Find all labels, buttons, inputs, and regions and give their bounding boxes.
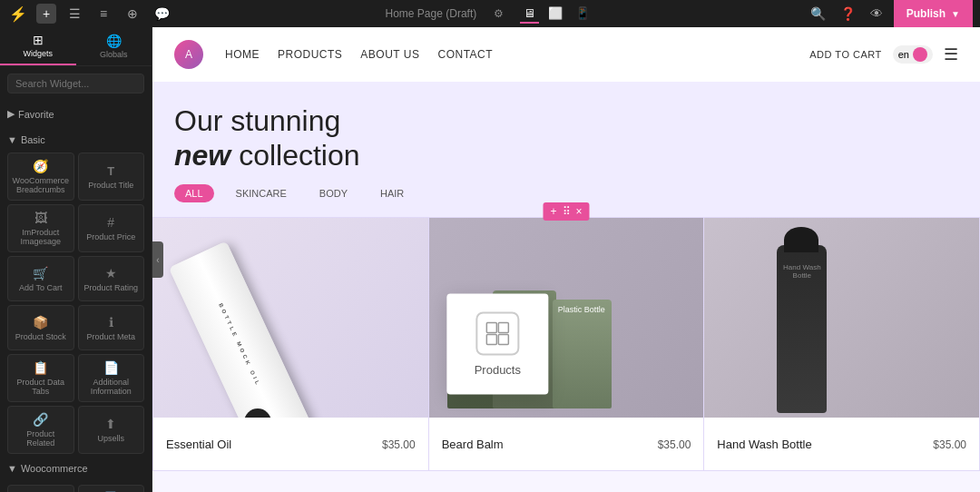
woocommerce-section-header[interactable]: ▼ Woocommerce bbox=[0, 458, 152, 477]
product-card-3[interactable]: Hand WashBottle Hand Wash Bottle $35.00 bbox=[704, 217, 980, 471]
favorite-arrow-icon: ▶ bbox=[7, 108, 15, 120]
hamburger-icon[interactable]: ☰ bbox=[944, 44, 958, 64]
globals-tab-icon: 🌐 bbox=[106, 34, 122, 48]
hero-section: Our stunning new collection ALL SKINCARE… bbox=[152, 82, 980, 217]
lang-toggle[interactable]: en bbox=[893, 45, 933, 64]
basic-widget-grid: 🧭 WooCommerce Breadcrumbs T Product Titl… bbox=[7, 153, 144, 454]
widgets-tab-icon: ⊞ bbox=[33, 33, 44, 47]
toolbar-drag-handle[interactable]: ⠿ bbox=[563, 205, 571, 218]
filter-body[interactable]: BODY bbox=[309, 184, 358, 202]
product-card-2[interactable]: mockup Plastic Bottle Beard Balm $35.00 bbox=[429, 217, 705, 471]
product-related-widget-icon: 🔗 bbox=[33, 412, 48, 427]
product-image-1: BOTTLE MOCK OIL bbox=[153, 218, 428, 418]
bottle-3-cap bbox=[784, 227, 818, 252]
page-title: Home Page (Draft) bbox=[386, 7, 477, 20]
edge-handle-left[interactable]: ‹ bbox=[152, 241, 163, 278]
bottle-1-image: BOTTLE MOCK OIL bbox=[169, 241, 310, 417]
publish-button[interactable]: Publish ▼ bbox=[894, 0, 973, 27]
basic-header[interactable]: ▼ Basic bbox=[7, 131, 144, 149]
svg-rect-1 bbox=[498, 322, 508, 332]
filter-skincare[interactable]: SKINCARE bbox=[225, 184, 298, 202]
product-image-widget-icon: 🖼 bbox=[34, 211, 47, 225]
preview-icon[interactable]: 👁 bbox=[867, 3, 887, 25]
add-element-button[interactable]: + bbox=[36, 4, 56, 24]
top-bar-center: Home Page (Draft) ⚙ 🖥 ⬜ 📱 bbox=[386, 3, 594, 25]
nav-about[interactable]: ABOUT US bbox=[360, 48, 419, 61]
widget-placeholder-icon bbox=[475, 311, 519, 355]
menu-icon[interactable]: ☰ bbox=[64, 3, 85, 25]
section-toolbar: + ⠿ × bbox=[543, 202, 589, 221]
nav-home[interactable]: HOME bbox=[225, 48, 260, 61]
svg-rect-2 bbox=[486, 334, 496, 344]
filter-all[interactable]: ALL bbox=[174, 184, 214, 202]
product-name-1: Essential Oil bbox=[166, 438, 231, 451]
product-stock-widget-icon: 📦 bbox=[33, 315, 48, 330]
top-bar-right: 🔍 ❓ 👁 Publish ▼ bbox=[807, 0, 973, 27]
store-nav: A HOME PRODUCTS ABOUT US CONTACT ADD TO … bbox=[152, 27, 980, 82]
store-logo: A bbox=[174, 40, 203, 69]
desktop-icon[interactable]: 🖥 bbox=[520, 5, 539, 24]
widget-product-price[interactable]: # Product Price bbox=[78, 204, 145, 252]
widget-product-rating[interactable]: ★ Product Rating bbox=[78, 256, 145, 301]
canvas-area: ‹ A HOME PRODUCTS ABOUT US CONTACT ADD T… bbox=[152, 27, 980, 492]
widget-add-to-cart[interactable]: 🛒 Add To Cart bbox=[7, 256, 74, 301]
search-input[interactable] bbox=[7, 74, 144, 93]
nav-cart-button[interactable]: ADD TO CART bbox=[809, 49, 881, 60]
comment-icon[interactable]: 💬 bbox=[151, 3, 172, 25]
product-image-3: Hand WashBottle bbox=[704, 218, 979, 418]
nav-links: HOME PRODUCTS ABOUT US CONTACT bbox=[225, 48, 493, 61]
top-bar-left: ⚡ + ☰ ≡ ⊕ 💬 bbox=[7, 3, 172, 25]
widget-woocommerce-pages[interactable]: 📑 WooCommerce Pages bbox=[78, 485, 145, 492]
product-meta-widget-icon: ℹ bbox=[109, 315, 113, 330]
favorite-header[interactable]: ▶ Favorite bbox=[7, 104, 144, 123]
elementor-logo[interactable]: ⚡ bbox=[7, 3, 29, 25]
product-price-1: $35.00 bbox=[382, 438, 416, 451]
product-card-1[interactable]: BOTTLE MOCK OIL Essential Oil $35.00 bbox=[152, 217, 429, 471]
widget-upsells[interactable]: ⬆ Upsells bbox=[78, 406, 145, 454]
tablet-icon[interactable]: ⬜ bbox=[544, 5, 566, 24]
widget-product-meta[interactable]: ℹ Product Meta bbox=[78, 305, 145, 350]
mobile-icon[interactable]: 📱 bbox=[572, 5, 593, 24]
breadcrumbs-widget-icon: 🧭 bbox=[33, 159, 48, 173]
woo-widget-section: ⊞ Products 📑 WooCommerce Pages bbox=[0, 477, 152, 492]
stack-icon[interactable]: ⊕ bbox=[122, 3, 143, 25]
toolbar-add-button[interactable]: + bbox=[550, 205, 556, 218]
upsells-widget-icon: ⬆ bbox=[105, 417, 116, 431]
woo-widget-grid: ⊞ Products 📑 WooCommerce Pages bbox=[7, 485, 144, 492]
product-info-2: Beard Balm $35.00 bbox=[429, 418, 704, 471]
product-title-widget-icon: T bbox=[107, 164, 114, 178]
tab-widgets[interactable]: ⊞ Widgets bbox=[0, 27, 76, 65]
product-price-3: $35.00 bbox=[933, 438, 966, 451]
widget-woocommerce-breadcrumbs[interactable]: 🧭 WooCommerce Breadcrumbs bbox=[7, 153, 74, 201]
layers-icon[interactable]: ≡ bbox=[93, 3, 114, 25]
product-info-3: Hand Wash Bottle $35.00 bbox=[704, 418, 979, 471]
add-to-cart-widget-icon: 🛒 bbox=[33, 266, 48, 280]
store-nav-right: ADD TO CART en ☰ bbox=[809, 44, 958, 64]
device-switcher: 🖥 ⬜ 📱 bbox=[520, 5, 593, 24]
widget-product-image[interactable]: 🖼 ImProduct Imagesage bbox=[7, 204, 74, 252]
widget-product-related[interactable]: 🔗 Product Related bbox=[7, 406, 74, 454]
product-name-2: Beard Balm bbox=[442, 438, 504, 451]
nav-products[interactable]: PRODUCTS bbox=[278, 48, 342, 61]
widget-placeholder[interactable]: Products bbox=[447, 293, 548, 394]
help-icon[interactable]: ❓ bbox=[837, 3, 859, 25]
svg-rect-3 bbox=[498, 334, 508, 344]
page-settings-icon[interactable]: ⚙ bbox=[487, 3, 509, 25]
tab-globals[interactable]: 🌐 Globals bbox=[76, 27, 152, 65]
widget-product-stock[interactable]: 📦 Product Stock bbox=[7, 305, 74, 350]
svg-rect-0 bbox=[486, 322, 496, 332]
product-price-2: $35.00 bbox=[658, 438, 691, 451]
products-section: + ⠿ × BOTTLE MOCK OIL Essential bbox=[152, 217, 980, 471]
widget-search-box bbox=[0, 66, 152, 101]
bottle-2c-image: Plastic Bottle bbox=[553, 300, 612, 408]
nav-contact[interactable]: CONTACT bbox=[437, 48, 493, 61]
product-name-3: Hand Wash Bottle bbox=[717, 438, 811, 451]
filter-hair[interactable]: HAIR bbox=[369, 184, 415, 202]
basic-section: ▼ Basic 🧭 WooCommerce Breadcrumbs T Prod… bbox=[0, 127, 152, 458]
widget-product-data-tabs[interactable]: 📋 Product Data Tabs bbox=[7, 354, 74, 402]
search-icon[interactable]: 🔍 bbox=[807, 3, 829, 25]
widget-products[interactable]: ⊞ Products bbox=[7, 485, 74, 492]
widget-additional-info[interactable]: 📄 Additional Information bbox=[78, 354, 145, 402]
toolbar-close-button[interactable]: × bbox=[576, 205, 583, 218]
widget-product-title[interactable]: T Product Title bbox=[78, 153, 145, 201]
